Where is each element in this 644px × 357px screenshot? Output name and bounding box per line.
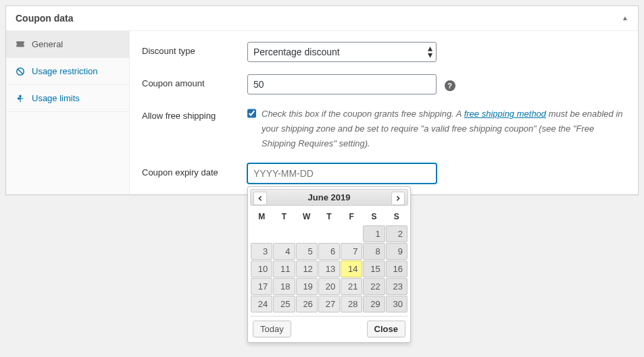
tab-label: General <box>32 39 63 49</box>
weekday-header: F <box>341 209 362 225</box>
day-cell[interactable]: 7 <box>341 243 362 260</box>
discount-type-label: Discount type <box>142 42 247 56</box>
help-icon[interactable]: ? <box>445 80 455 91</box>
day-cell[interactable]: 25 <box>273 296 295 312</box>
day-cell[interactable]: 4 <box>273 243 295 260</box>
day-cell[interactable]: 2 <box>386 225 407 242</box>
collapse-icon[interactable]: ▲ <box>622 14 628 22</box>
datepicker-header: June 2019 <box>250 189 408 206</box>
day-cell[interactable]: 26 <box>296 296 318 312</box>
day-cell[interactable]: 14 <box>341 260 362 277</box>
ticket-icon <box>16 40 25 49</box>
weekday-header: S <box>363 209 385 225</box>
today-button[interactable]: Today <box>253 321 291 337</box>
weekday-header: T <box>273 209 295 225</box>
tab-usage-limits[interactable]: Usage limits <box>6 85 129 112</box>
day-cell[interactable]: 22 <box>363 278 385 295</box>
weekday-header: M <box>251 209 272 225</box>
day-cell[interactable]: 6 <box>318 243 340 260</box>
day-cell[interactable]: 17 <box>251 278 272 295</box>
day-cell[interactable]: 24 <box>251 296 272 312</box>
day-cell[interactable]: 15 <box>363 260 385 277</box>
day-cell[interactable]: 29 <box>363 296 385 312</box>
next-month-button[interactable] <box>391 192 405 205</box>
coupon-data-panel: Coupon data ▲ General Usage restriction <box>5 5 639 195</box>
free-shipping-description: Check this box if the coupon grants free… <box>262 107 626 151</box>
weekday-header: S <box>386 209 407 225</box>
svg-point-4 <box>18 97 20 99</box>
chevron-left-icon <box>257 196 263 201</box>
expiry-date-input[interactable] <box>247 163 437 184</box>
ban-icon <box>16 67 25 76</box>
day-cell[interactable]: 1 <box>363 225 385 242</box>
coupon-amount-label: Coupon amount <box>142 74 247 88</box>
tabs-sidebar: General Usage restriction Usage limits <box>6 31 130 194</box>
free-shipping-method-link[interactable]: free shipping method <box>464 109 546 119</box>
tab-label: Usage restriction <box>32 66 98 76</box>
prev-month-button[interactable] <box>253 192 267 205</box>
svg-line-1 <box>18 68 23 74</box>
day-cell[interactable]: 13 <box>318 260 340 277</box>
weekday-header: W <box>296 209 318 225</box>
chevron-right-icon <box>395 196 401 201</box>
expiry-date-label: Coupon expiry date <box>142 163 247 177</box>
tab-usage-restriction[interactable]: Usage restriction <box>6 58 129 85</box>
tab-content-general: Discount type Percentage discount ▴▾ Cou… <box>130 31 638 194</box>
day-cell[interactable]: 28 <box>341 296 362 312</box>
panel-body: General Usage restriction Usage limits D… <box>6 31 638 194</box>
day-cell[interactable]: 19 <box>296 278 318 295</box>
discount-type-select[interactable]: Percentage discount <box>247 42 437 62</box>
day-cell[interactable]: 18 <box>273 278 295 295</box>
day-cell[interactable]: 9 <box>386 243 407 260</box>
day-cell[interactable]: 27 <box>318 296 340 312</box>
datepicker-grid: MTWTFSS 12345678910111213141516171819202… <box>250 208 408 313</box>
panel-title: Coupon data <box>16 13 74 24</box>
day-cell[interactable]: 16 <box>386 260 407 277</box>
day-cell[interactable]: 3 <box>251 243 272 260</box>
sliders-icon <box>16 94 25 103</box>
day-cell[interactable]: 30 <box>386 296 407 312</box>
datepicker-popup: June 2019 MTWTFSS 1234567891011121314151… <box>247 186 411 343</box>
panel-header[interactable]: Coupon data ▲ <box>6 6 638 31</box>
free-shipping-label: Allow free shipping <box>142 107 247 121</box>
tab-label: Usage limits <box>32 93 80 103</box>
coupon-amount-input[interactable] <box>247 74 437 94</box>
day-cell[interactable]: 8 <box>363 243 385 260</box>
day-cell[interactable]: 11 <box>273 260 295 277</box>
weekday-header: T <box>318 209 340 225</box>
day-cell[interactable]: 12 <box>296 260 318 277</box>
datepicker-title: June 2019 <box>308 192 351 202</box>
day-cell[interactable]: 23 <box>386 278 407 295</box>
svg-point-5 <box>20 95 21 97</box>
day-cell[interactable]: 20 <box>318 278 340 295</box>
day-cell[interactable]: 10 <box>251 260 272 277</box>
tab-general[interactable]: General <box>6 31 129 58</box>
free-shipping-checkbox[interactable] <box>247 108 256 119</box>
day-cell[interactable]: 5 <box>296 243 318 260</box>
day-cell[interactable]: 21 <box>341 278 362 295</box>
close-button[interactable]: Close <box>367 321 405 337</box>
